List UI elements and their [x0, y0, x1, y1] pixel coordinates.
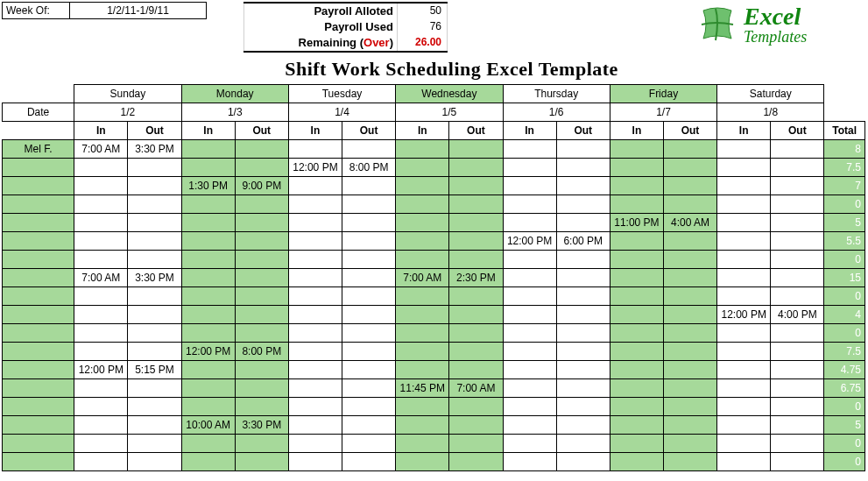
out-cell[interactable]	[663, 269, 716, 287]
in-cell[interactable]	[181, 379, 235, 398]
out-cell[interactable]	[128, 232, 181, 251]
out-cell[interactable]	[771, 232, 824, 251]
out-cell[interactable]	[342, 287, 396, 306]
in-cell[interactable]	[74, 287, 128, 306]
in-cell[interactable]	[610, 195, 663, 214]
out-cell[interactable]	[771, 287, 824, 306]
in-cell[interactable]	[610, 324, 663, 343]
in-cell[interactable]	[717, 159, 771, 177]
in-cell[interactable]	[503, 306, 556, 324]
in-cell[interactable]	[503, 287, 556, 306]
in-cell[interactable]	[74, 435, 128, 453]
out-cell[interactable]	[771, 269, 824, 287]
in-cell[interactable]	[74, 195, 128, 214]
out-cell[interactable]	[235, 379, 288, 398]
out-cell[interactable]	[556, 251, 610, 269]
in-cell[interactable]	[74, 398, 128, 416]
out-cell[interactable]: 3:30 PM	[128, 140, 181, 159]
in-cell[interactable]	[503, 324, 556, 343]
out-cell[interactable]	[556, 416, 610, 435]
in-cell[interactable]	[503, 361, 556, 379]
out-cell[interactable]	[235, 214, 288, 232]
in-cell[interactable]	[396, 195, 449, 214]
out-cell[interactable]	[342, 453, 396, 471]
out-cell[interactable]	[663, 177, 716, 195]
in-cell[interactable]	[396, 453, 449, 471]
out-cell[interactable]	[556, 379, 610, 398]
employee-name-cell[interactable]	[3, 306, 74, 324]
out-cell[interactable]	[449, 177, 503, 195]
out-cell[interactable]	[235, 287, 288, 306]
employee-name-cell[interactable]	[3, 453, 74, 471]
in-cell[interactable]: 11:45 PM	[396, 379, 449, 398]
out-cell[interactable]	[235, 398, 288, 416]
out-cell[interactable]	[663, 343, 716, 361]
out-cell[interactable]	[663, 379, 716, 398]
in-cell[interactable]	[503, 177, 556, 195]
out-cell[interactable]	[663, 435, 716, 453]
out-cell[interactable]	[449, 361, 503, 379]
employee-name-cell[interactable]	[3, 251, 74, 269]
out-cell[interactable]	[556, 361, 610, 379]
in-cell[interactable]	[717, 287, 771, 306]
in-cell[interactable]	[181, 453, 235, 471]
in-cell[interactable]	[181, 195, 235, 214]
out-cell[interactable]	[128, 177, 181, 195]
in-cell[interactable]	[288, 324, 342, 343]
in-cell[interactable]	[610, 269, 663, 287]
employee-name-cell[interactable]	[3, 324, 74, 343]
in-cell[interactable]: 12:00 PM	[74, 361, 128, 379]
out-cell[interactable]	[235, 140, 288, 159]
in-cell[interactable]	[74, 251, 128, 269]
in-cell[interactable]	[74, 343, 128, 361]
in-cell[interactable]	[181, 324, 235, 343]
out-cell[interactable]	[235, 159, 288, 177]
in-cell[interactable]	[503, 343, 556, 361]
out-cell[interactable]	[128, 287, 181, 306]
out-cell[interactable]	[449, 195, 503, 214]
in-cell[interactable]	[610, 398, 663, 416]
out-cell[interactable]	[771, 140, 824, 159]
out-cell[interactable]	[771, 159, 824, 177]
out-cell[interactable]	[128, 379, 181, 398]
out-cell[interactable]	[342, 177, 396, 195]
in-cell[interactable]	[503, 269, 556, 287]
out-cell[interactable]	[235, 435, 288, 453]
week-of-value[interactable]: 1/2/11-1/9/11	[70, 2, 207, 19]
out-cell[interactable]	[342, 269, 396, 287]
out-cell[interactable]	[235, 306, 288, 324]
payroll-allotted-value[interactable]: 50	[397, 4, 448, 19]
out-cell[interactable]	[342, 214, 396, 232]
in-cell[interactable]	[503, 214, 556, 232]
in-cell[interactable]: 1:30 PM	[181, 177, 235, 195]
out-cell[interactable]	[235, 251, 288, 269]
out-cell[interactable]	[128, 453, 181, 471]
in-cell[interactable]	[74, 232, 128, 251]
out-cell[interactable]	[556, 177, 610, 195]
out-cell[interactable]	[342, 361, 396, 379]
in-cell[interactable]	[181, 251, 235, 269]
out-cell[interactable]: 6:00 PM	[556, 232, 610, 251]
out-cell[interactable]	[771, 251, 824, 269]
out-cell[interactable]	[342, 398, 396, 416]
in-cell[interactable]: 7:00 AM	[396, 269, 449, 287]
in-cell[interactable]	[610, 251, 663, 269]
in-cell[interactable]	[503, 453, 556, 471]
out-cell[interactable]	[449, 343, 503, 361]
in-cell[interactable]	[610, 140, 663, 159]
in-cell[interactable]	[288, 361, 342, 379]
out-cell[interactable]	[771, 214, 824, 232]
in-cell[interactable]	[181, 398, 235, 416]
employee-name-cell[interactable]	[3, 361, 74, 379]
in-cell[interactable]	[717, 324, 771, 343]
out-cell[interactable]	[235, 232, 288, 251]
in-cell[interactable]	[288, 379, 342, 398]
in-cell[interactable]	[396, 416, 449, 435]
out-cell[interactable]	[556, 343, 610, 361]
out-cell[interactable]	[342, 324, 396, 343]
in-cell[interactable]	[74, 214, 128, 232]
in-cell[interactable]	[181, 159, 235, 177]
out-cell[interactable]	[771, 361, 824, 379]
in-cell[interactable]: 7:00 AM	[74, 269, 128, 287]
out-cell[interactable]	[449, 251, 503, 269]
